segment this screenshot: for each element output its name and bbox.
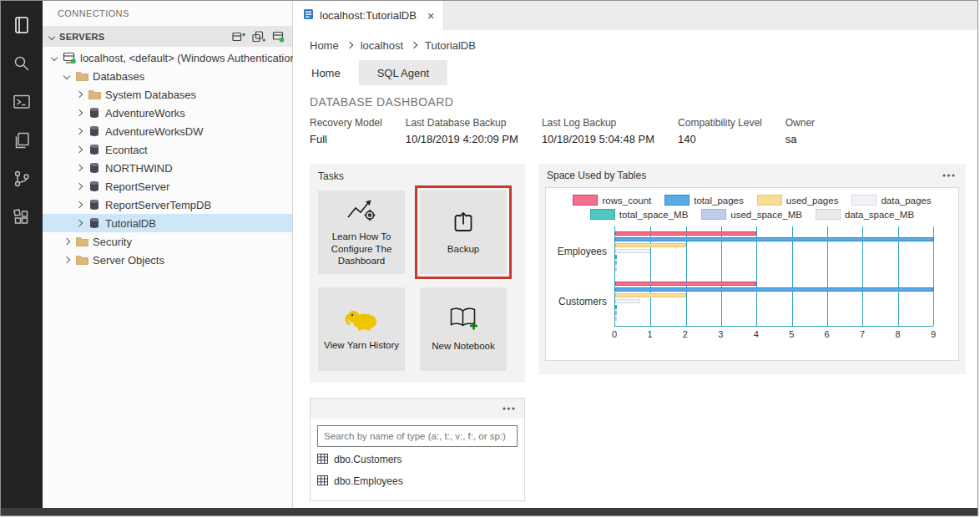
tree-item-label: localhost, <default> (Windows Authentica… (80, 52, 300, 64)
tab-sql-agent[interactable]: SQL Agent (359, 60, 447, 85)
chevron-down-icon[interactable] (60, 74, 73, 79)
tree-item-adventureworks[interactable]: AdventureWorks (43, 104, 292, 122)
source-control-icon[interactable] (2, 160, 42, 198)
search-widget-header (311, 399, 524, 419)
x-axis-spacer (554, 327, 614, 342)
chevron-right-icon[interactable] (60, 239, 73, 244)
object-item-dbo-employees[interactable]: dbo.Employees (317, 472, 518, 490)
breadcrumb-tutorialdb[interactable]: TutorialDB (425, 39, 476, 52)
task-backup-button[interactable]: Backup (420, 190, 507, 274)
editor-tabstrip: localhost:TutorialDB × (293, 1, 977, 30)
tree-item-label: Databases (93, 70, 144, 83)
chart-gear-icon (346, 197, 376, 225)
chevron-right-icon[interactable] (73, 202, 86, 207)
tab-title: localhost:TutorialDB (320, 9, 417, 22)
tree-item-server-objects[interactable]: Server Objects (43, 251, 292, 269)
chevron-right-icon[interactable] (73, 92, 86, 97)
legend-item-rows-count: rows_count (573, 195, 651, 206)
task-new-notebook-button[interactable]: New Notebook (420, 287, 507, 371)
tree-item-label: Econtact (105, 144, 148, 156)
search-icon[interactable] (2, 44, 42, 83)
database-icon (86, 180, 103, 192)
servers-section-header[interactable]: SERVERS (43, 26, 292, 47)
task-tiles: Learn How To Configure The DashboardBack… (318, 190, 517, 371)
task-label: View Yarn History (324, 339, 399, 352)
x-tick-label: 5 (789, 329, 794, 339)
property-recovery-model: Recovery ModelFull (310, 117, 382, 145)
property-label: Owner (786, 117, 815, 129)
legend-label: total_pages (694, 196, 743, 206)
table-icon (317, 454, 328, 466)
chevron-right-icon[interactable] (73, 147, 86, 152)
bar-used-space-mb-customers (615, 311, 617, 315)
tree-item-reportserver[interactable]: ReportServer (43, 177, 292, 196)
gridline (933, 226, 934, 326)
chevron-right-icon[interactable] (73, 165, 86, 170)
backup-icon (451, 210, 476, 237)
new-server-group-icon[interactable] (252, 31, 265, 43)
task-view-yarn-history-button[interactable]: View Yarn History (318, 287, 405, 371)
breadcrumb: Home localhost TutorialDB (293, 30, 977, 60)
servers-tree: localhost, <default> (Windows Authentica… (43, 47, 292, 269)
breadcrumb-localhost[interactable]: localhost (361, 39, 403, 52)
tab-home[interactable]: Home (293, 60, 359, 85)
legend-swatch (757, 195, 782, 206)
legend-label: used_pages (786, 196, 839, 206)
servers-label: SERVERS (59, 32, 104, 42)
property-compatibility-level: Compatibility Level140 (678, 117, 762, 145)
tree-item-security[interactable]: Security (43, 232, 292, 251)
property-last-log-backup: Last Log Backup10/18/2019 5:04:48 PM (542, 117, 654, 145)
bar-total-space-mb-employees (615, 255, 617, 259)
space-used-chart: rows_counttotal_pagesused_pagesdata_page… (545, 187, 959, 361)
chevron-right-icon[interactable] (60, 257, 73, 262)
chevron-right-icon[interactable] (73, 184, 86, 189)
chevron-down-icon[interactable] (48, 55, 61, 60)
more-options-icon[interactable] (500, 404, 518, 413)
pages-icon[interactable] (2, 121, 42, 160)
chevron-right-icon[interactable] (73, 110, 86, 115)
extensions-icon[interactable] (2, 198, 42, 236)
connections-icon[interactable] (2, 6, 42, 44)
breadcrumb-home[interactable]: Home (310, 39, 339, 52)
bar-group-employees (615, 226, 933, 277)
servers-toolbar (232, 31, 285, 43)
database-icon (86, 162, 103, 174)
legend-label: rows_count (602, 196, 651, 206)
new-connection-icon[interactable] (232, 31, 245, 43)
active-connections-icon[interactable] (272, 31, 285, 43)
legend-item-data-space-mb: data_space_MB (816, 209, 914, 220)
search-widget: dbo.Customersdbo.Employees (310, 398, 525, 501)
more-options-icon[interactable] (940, 171, 957, 180)
tree-item-tutorialdb[interactable]: TutorialDB (43, 214, 292, 232)
tab-localhost-tutorialdb[interactable]: localhost:TutorialDB × (293, 1, 444, 30)
tree-item-label: AdventureWorksDW (105, 125, 204, 138)
chevron-right-icon[interactable] (73, 221, 86, 226)
legend-item-total-space-mb: total_space_MB (590, 209, 688, 220)
terminal-icon[interactable] (2, 83, 42, 121)
tree-item-system-databases[interactable]: System Databases (43, 85, 292, 104)
notebook-plus-icon (448, 306, 479, 334)
tree-item-databases[interactable]: Databases (43, 67, 292, 85)
task-label: New Notebook (432, 340, 494, 353)
object-item-dbo-customers[interactable]: dbo.Customers (317, 450, 518, 469)
tree-item-localhost-default-windows-authentication[interactable]: localhost, <default> (Windows Authentica… (43, 48, 292, 67)
property-label: Recovery Model (310, 117, 382, 129)
tree-item-econtact[interactable]: Econtact (43, 140, 292, 159)
x-tick-label: 3 (718, 329, 723, 339)
folder-icon (73, 71, 90, 81)
task-learn-how-to-configure-the-dashboard-button[interactable]: Learn How To Configure The Dashboard (318, 190, 405, 274)
tree-item-northwind[interactable]: NORTHWIND (43, 159, 292, 177)
folder-icon (73, 255, 90, 265)
table-icon (317, 475, 328, 488)
editor-area: localhost:TutorialDB × Home localhost Tu… (293, 1, 977, 515)
tree-item-label: Server Objects (93, 254, 164, 267)
tree-item-adventureworksdw[interactable]: AdventureWorksDW (43, 122, 292, 140)
object-search-input[interactable] (317, 425, 518, 447)
property-value: sa (786, 133, 815, 145)
chevron-right-icon[interactable] (73, 129, 86, 134)
close-icon[interactable]: × (427, 9, 435, 22)
chevron-down-icon (48, 33, 55, 39)
bar-group-customers (615, 277, 933, 327)
tree-item-reportservertempdb[interactable]: ReportServerTempDB (43, 196, 292, 214)
bar-total-space-mb-customers (615, 305, 617, 309)
